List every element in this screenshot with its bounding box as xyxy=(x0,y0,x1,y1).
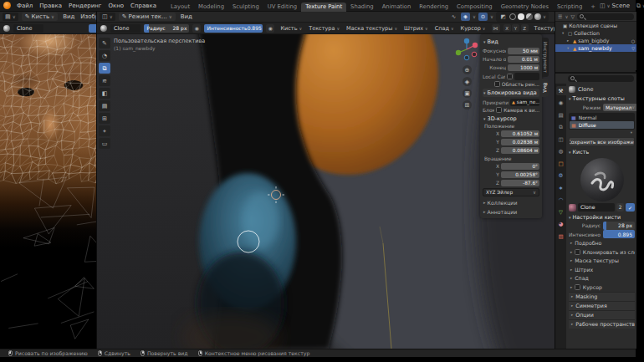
properties-tab-icon[interactable]: ▨ xyxy=(556,232,566,241)
paint-tool-button[interactable]: ⌖ xyxy=(99,125,110,136)
texture-slots-header[interactable]: Текстурные слоты xyxy=(569,94,635,103)
app-menu-item[interactable]: Файл xyxy=(13,3,36,9)
subsection-checkbox[interactable] xyxy=(575,249,580,255)
outliner-editor-icon[interactable]: ☰ xyxy=(558,13,562,19)
mirror-icon[interactable]: ⋈ xyxy=(492,24,500,33)
properties-tab-icon[interactable]: ⧉ xyxy=(556,123,566,132)
paint-tool-button[interactable]: ◧ xyxy=(99,88,110,99)
move-view-icon[interactable]: ◈ xyxy=(463,77,472,86)
axis-value[interactable]: 0.61052 м xyxy=(501,130,539,138)
collapsed-panel-section[interactable]: Опции xyxy=(569,310,635,319)
symmetry-axis-toggle[interactable]: Y xyxy=(512,24,519,32)
strength-slider[interactable]: Интенсивность 0.895 xyxy=(204,24,263,33)
popover-button[interactable]: Штрих xyxy=(401,24,431,33)
row-trailing-icon[interactable]: ○ xyxy=(631,38,635,43)
properties-tab-icon[interactable]: ◫ xyxy=(556,135,566,144)
slot-list-footer[interactable]: ▾ xyxy=(569,130,635,135)
axis-value[interactable]: 0° xyxy=(501,163,539,171)
camera-to-view-checkbox[interactable] xyxy=(496,107,502,113)
properties-tab-icon[interactable]: □ xyxy=(556,159,566,168)
camera-object-field[interactable] xyxy=(514,73,540,80)
save-all-images-button[interactable]: ▣ Сохранить все изображения xyxy=(569,137,635,146)
collapsed-panel-section[interactable]: Рабочее пространство xyxy=(569,319,635,329)
brush-settings-header[interactable]: Настройки кисти xyxy=(569,213,635,222)
properties-tab-icon[interactable]: ◠ xyxy=(556,196,566,205)
outliner-row[interactable]: ▾ ▲ sam_newbdy ▽ xyxy=(555,44,636,52)
scene-selector[interactable]: ◫ ∨ Scene xyxy=(600,3,630,9)
workspace-tab[interactable]: UV Editing xyxy=(263,3,301,12)
editor-type-selector[interactable]: ▤∨ xyxy=(3,13,18,21)
paint-tool-button[interactable]: ▤ xyxy=(99,100,110,111)
axis-value[interactable]: 0.00258° xyxy=(501,171,539,179)
n-panel-tab[interactable]: Инструмент xyxy=(542,38,549,77)
proportional-edit-icon[interactable]: ◈ xyxy=(461,13,470,21)
brush-preview-icon[interactable] xyxy=(3,25,10,32)
workspace-tab[interactable]: Rendering xyxy=(415,3,452,12)
outliner-row[interactable]: ▣ Коллекция сцены xyxy=(555,22,636,29)
workspace-tab[interactable]: Layout xyxy=(166,3,194,12)
brush-name-field[interactable]: Clone xyxy=(578,203,615,212)
image-mode-selector[interactable]: ✎Кисть∨ xyxy=(22,13,58,21)
subsection-checkbox[interactable] xyxy=(575,284,580,290)
view-section-header[interactable]: Вид xyxy=(483,38,539,46)
menu-item[interactable]: Вид xyxy=(61,13,76,20)
paint-tool-button[interactable]: ⧉ xyxy=(99,63,110,74)
properties-tab-icon[interactable]: ⚒ xyxy=(556,86,566,95)
properties-tab-icon[interactable]: ∗ xyxy=(556,183,566,192)
value-field[interactable]: 50 мм xyxy=(508,48,539,55)
paint-tool-button[interactable]: ≋ xyxy=(99,75,110,86)
outliner-row[interactable]: ▾ ▢ Collection xyxy=(555,29,636,37)
axis-value[interactable]: 0.02838 м xyxy=(501,139,539,146)
zoom-icon[interactable]: ⊕ xyxy=(463,65,472,74)
collapsed-subsection[interactable]: Штрих xyxy=(569,265,635,274)
outliner-search-input[interactable] xyxy=(577,13,634,20)
shading-solid-icon[interactable] xyxy=(518,13,524,20)
popover-button[interactable]: Маска текстуры xyxy=(344,24,400,33)
collapsed-subsection[interactable]: Курсор xyxy=(569,283,635,292)
snapping-icon[interactable]: ∿ xyxy=(449,13,458,21)
collapsed-panel-section[interactable]: Masking xyxy=(569,292,635,301)
paint-tool-button[interactable]: ✎ xyxy=(99,38,110,48)
ortho-toggle-icon[interactable]: ⊞ xyxy=(463,100,472,110)
menu-item[interactable]: Вид xyxy=(179,13,194,20)
popover-button[interactable]: Курсор xyxy=(458,24,488,33)
expand-caret-icon[interactable]: ▸ xyxy=(567,38,571,43)
collapsed-subsection[interactable]: Клонировать из слота рисован... xyxy=(569,247,635,257)
axis-value[interactable]: 0.08604 м xyxy=(501,147,539,155)
radius-pressure-icon[interactable]: ◉ xyxy=(192,24,201,33)
render-region-checkbox[interactable] xyxy=(494,81,500,87)
shading-wireframe-icon[interactable] xyxy=(509,13,516,20)
properties-tab-icon[interactable]: ⚙ xyxy=(556,171,566,181)
collapsed-subsection[interactable]: Подробно xyxy=(569,239,635,248)
navigation-gizmo[interactable] xyxy=(453,36,480,63)
viewlayer-selector[interactable]: ⧉ ∨ ViewLayer xyxy=(636,3,644,9)
editor-type-selector[interactable]: ◫∨ xyxy=(100,13,115,21)
brush-preview-icon[interactable] xyxy=(100,25,107,32)
properties-tab-icon[interactable]: ▤ xyxy=(556,110,566,120)
rotation-order-dropdown[interactable]: XYZ Эйлер ∨ xyxy=(483,188,539,196)
app-menu-item[interactable]: Правка xyxy=(36,3,65,9)
local-camera-checkbox[interactable] xyxy=(507,74,513,79)
camera-view-icon[interactable]: ▣ xyxy=(463,89,472,98)
workspace-tab[interactable]: Texture Paint xyxy=(301,3,346,12)
popover-button[interactable]: Кисть xyxy=(278,24,304,33)
brush-name[interactable]: Clone xyxy=(110,24,141,33)
fake-user-toggle[interactable]: ✓ xyxy=(626,203,635,212)
popover-button[interactable]: Спад xyxy=(432,24,457,33)
symmetry-axis-toggle[interactable]: Z xyxy=(521,24,529,32)
n-panel-tab[interactable]: Вид xyxy=(542,79,549,97)
collapsed-subsection[interactable]: Спад xyxy=(569,274,635,283)
value-field[interactable]: 0.01 м xyxy=(508,56,539,64)
workspace-tab[interactable]: Compositing xyxy=(452,3,497,12)
collapsed-panel-section[interactable]: Симметрия xyxy=(569,301,635,310)
image-editor-canvas[interactable] xyxy=(0,34,97,349)
app-menu-item[interactable]: Справка xyxy=(127,3,160,9)
blender-logo-icon[interactable] xyxy=(3,2,11,9)
collapsed-section-header[interactable]: Аннотации xyxy=(483,207,539,217)
cursor-section-header[interactable]: 3D-курсор xyxy=(483,115,539,123)
popover-button[interactable]: Текстура xyxy=(306,24,342,33)
overlays-icon[interactable]: ⊙ xyxy=(478,13,488,21)
users-count-badge[interactable]: 2 xyxy=(616,203,624,212)
paint-tool-button[interactable]: ◔ xyxy=(99,50,110,61)
view-lock-section-header[interactable]: Блокировка вида xyxy=(483,89,539,97)
